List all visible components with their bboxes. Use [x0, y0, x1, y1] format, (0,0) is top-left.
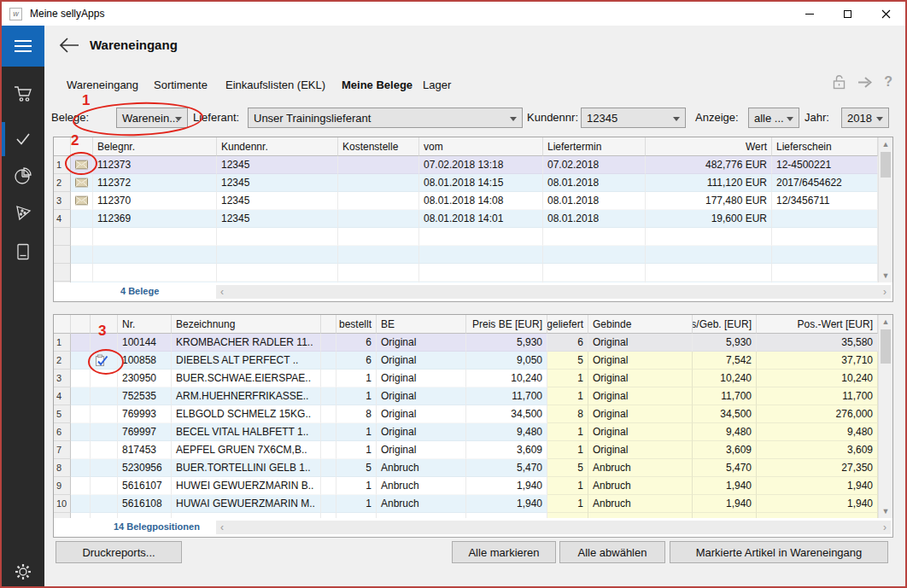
scrollbar-thumb[interactable]	[881, 152, 891, 178]
table-row[interactable]: 4752535ARM.HUEHNERFRIKASSE..1Original11,…	[54, 387, 892, 405]
forward-arrow-icon[interactable]	[857, 76, 874, 89]
cell-blank	[71, 387, 91, 405]
column-header[interactable]: geliefert	[547, 315, 588, 334]
column-header[interactable]: Bezeichnung	[172, 315, 321, 334]
markierte-artikel-button[interactable]: Markierte Artikel in Wareneingang	[670, 541, 888, 563]
cell-check	[91, 405, 118, 423]
scroll-up-icon[interactable]: ▲	[879, 315, 892, 329]
column-header[interactable]: Lieferschein	[772, 137, 878, 156]
table-row[interactable]: 3230950BUER.SCHWAE.EIERSPAE..1Original10…	[54, 370, 892, 387]
table-row[interactable]: 105616108HUWAI GEWUERZMARIN M..1Anbruch1…	[54, 495, 892, 513]
app-window: w Meine sellyApps	[0, 0, 907, 588]
unlock-icon[interactable]	[832, 74, 846, 90]
cell-bestellt: 5	[336, 459, 377, 477]
table-row[interactable]: 31123701234508.01.2018 14:0808.01.201817…	[54, 192, 892, 210]
sidebar-item-settings[interactable]	[2, 555, 44, 588]
tab-wareneingang[interactable]: Wareneingang	[67, 73, 138, 98]
scroll-down-icon[interactable]: ▼	[879, 504, 892, 518]
book-icon	[14, 242, 32, 261]
column-header[interactable]: BE	[377, 315, 466, 334]
cell-nr: 100144	[118, 334, 172, 352]
cell-kundennr: 12345	[217, 192, 338, 210]
scroll-right-icon[interactable]: ›	[883, 521, 887, 534]
scroll-right-icon[interactable]: ›	[883, 285, 887, 299]
column-header[interactable]: Nr.	[118, 315, 172, 334]
scroll-left-icon[interactable]: ‹	[220, 285, 224, 299]
column-header[interactable]: vom	[419, 137, 543, 156]
pizza-icon	[13, 203, 33, 224]
cell-pos_wert: 276,000	[757, 405, 878, 423]
table-row[interactable]: 11123731234507.02.2018 13:1807.02.201848…	[54, 156, 892, 174]
tab-meine-belege[interactable]: Meine Belege	[342, 73, 413, 98]
table-row[interactable]: 41123691234508.01.2018 14:0108.01.201819…	[54, 210, 892, 228]
druckreports-button[interactable]: Druckreports...	[56, 541, 182, 563]
column-header[interactable]	[54, 315, 71, 334]
positionen-vertical-scrollbar[interactable]: ▲ ▼	[878, 315, 892, 518]
column-header[interactable]: Gebinde	[588, 315, 693, 334]
column-header[interactable]: Liefertermin	[543, 137, 646, 156]
minimize-button[interactable]	[790, 2, 828, 26]
cell-nr: 752535	[118, 387, 172, 405]
sidebar-item-cart[interactable]	[2, 77, 44, 111]
cell-preis_geb: 5,930	[693, 334, 757, 352]
maximize-button[interactable]	[828, 2, 867, 26]
column-header[interactable]	[321, 315, 336, 334]
table-row[interactable]: 6769997BECEL VITAL HALBFETT 1..1Original…	[54, 423, 892, 441]
kundennr-select[interactable]: 12345	[581, 108, 686, 128]
column-header[interactable]: Kundennr.	[217, 137, 338, 156]
positionen-horizontal-scrollbar[interactable]: ‹ ›	[216, 521, 891, 534]
column-header[interactable]: Kostenstelle	[338, 137, 419, 156]
cell-blank	[71, 459, 91, 477]
cell-check	[91, 441, 118, 459]
table-row[interactable]: 5769993ELBGOLD SCHMELZ 15KG..8Original34…	[54, 405, 892, 423]
cell-liefertermin	[543, 228, 646, 246]
sidebar-item-statistik[interactable]	[2, 159, 44, 193]
hamburger-menu-button[interactable]	[2, 26, 44, 67]
column-header[interactable]: Preis/Geb. [EUR]	[693, 315, 757, 334]
jahr-select[interactable]: 2018	[841, 108, 889, 128]
tab-lager[interactable]: Lager	[423, 73, 451, 98]
lieferant-select[interactable]: Unser Trainingslieferant	[248, 108, 523, 128]
column-header[interactable]: Belegnr.	[93, 137, 217, 156]
close-button[interactable]	[867, 2, 905, 26]
help-icon[interactable]: ?	[884, 74, 892, 90]
scroll-up-icon[interactable]: ▲	[879, 137, 892, 151]
cell-bestellt: 1	[336, 387, 377, 405]
column-header[interactable]: Wert	[646, 137, 772, 156]
scrollbar-thumb[interactable]	[881, 329, 891, 364]
sidebar-item-katalog[interactable]	[2, 235, 44, 269]
scroll-left-icon[interactable]: ‹	[220, 521, 224, 534]
column-header[interactable]	[71, 315, 91, 334]
cell-check	[91, 477, 118, 495]
alle-abwaehlen-button[interactable]: Alle abwählen	[559, 541, 665, 563]
scroll-down-icon[interactable]: ▼	[879, 269, 892, 282]
cell-vom	[419, 246, 543, 264]
cell-be: Original	[377, 334, 466, 352]
table-row[interactable]: 85230956BUER.TORTELLINI GELB 1..5Anbruch…	[54, 459, 892, 477]
cell-blank	[71, 334, 91, 352]
belege-horizontal-scrollbar[interactable]: ‹ ›	[216, 285, 891, 299]
table-row[interactable]: 21123721234508.01.2018 14:1508.01.201811…	[54, 174, 892, 192]
table-row[interactable]: 95616107HUWEI GEWUERZMARIN B..1Anbruch1,…	[54, 477, 892, 495]
cell-preis_geb: 11,700	[693, 387, 757, 405]
sidebar-item-belege[interactable]	[2, 122, 44, 156]
tab-einkaufslisten[interactable]: Einkaufslisten (EKL)	[225, 73, 325, 98]
column-header[interactable]: Preis BE [EUR]	[466, 315, 547, 334]
table-row[interactable]: 7817453AEPFEL GRUEN 7X6CM,B..1Original3,…	[54, 441, 892, 459]
cell-be: Original	[377, 387, 466, 405]
sidebar-item-food[interactable]	[2, 196, 44, 230]
annotation-circle-2	[65, 152, 97, 175]
table-row[interactable]: 2100858DIEBELS ALT PERFECT ..6Original9,…	[54, 352, 892, 370]
cell-vom: 08.01.2018 14:08	[419, 192, 543, 210]
table-row[interactable]: 1100144KROMBACHER RADLER 11..6Original5,…	[54, 334, 892, 352]
cell-gebinde: Anbruch	[588, 459, 693, 477]
column-header[interactable]: bestellt	[336, 315, 377, 334]
belege-vertical-scrollbar[interactable]: ▲ ▼	[878, 137, 892, 282]
anzeige-select[interactable]: alle ...	[748, 108, 799, 128]
column-header[interactable]	[54, 137, 71, 156]
column-header[interactable]: Pos.-Wert [EUR]	[757, 315, 878, 334]
back-button[interactable]	[58, 36, 80, 55]
cell-preis_be: 10,240	[466, 370, 547, 387]
alle-markieren-button[interactable]: Alle markieren	[452, 541, 556, 563]
tab-sortimente[interactable]: Sortimente	[154, 73, 208, 98]
